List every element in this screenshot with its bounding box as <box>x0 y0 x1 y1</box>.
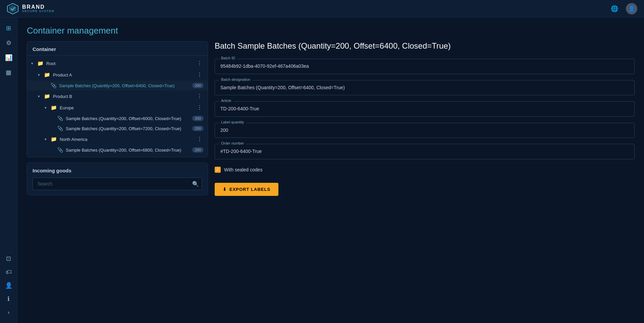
order-number-value: #TD-200-6400-True <box>220 148 629 155</box>
scan-icon: ⊡ <box>6 255 11 262</box>
tree-item-root[interactable]: ▾ 📁 Root ⋮ <box>27 58 208 69</box>
folder-icon: 📁 <box>44 72 50 78</box>
navbar: BRAND SECURE SYSTEM 🌐 👤 <box>0 0 644 17</box>
form-fields: Batch ID 95484b92-1dba-4070-92ef-467a406… <box>215 59 635 316</box>
labels-icon: 🏷 <box>6 269 12 276</box>
translate-button[interactable]: 🌐 <box>608 3 621 15</box>
tree-item-product-a[interactable]: ▾ 📁 Product A ⋮ <box>27 69 208 80</box>
left-panel: Container ▾ 📁 Root ⋮ ▾ 📁 <box>27 41 208 316</box>
checkmark-icon: ✓ <box>216 167 219 172</box>
sidebar-item-expand[interactable]: › <box>2 306 15 319</box>
product-a-more-button[interactable]: ⋮ <box>196 71 204 78</box>
label-quantity-label: Label quantity <box>219 120 246 124</box>
sealed-codes-checkbox[interactable]: ✓ <box>215 167 221 173</box>
attachment-icon: 📎 <box>57 116 63 121</box>
tree-label-europe: Europe <box>60 105 194 110</box>
label-quantity-field: Label quantity 200 <box>215 123 635 138</box>
chevron-down-icon: ▾ <box>38 94 42 99</box>
root-more-button[interactable]: ⋮ <box>196 60 204 67</box>
tree-label-batch-6800: Sample Batches (Quantity=200, Offset=680… <box>66 148 190 153</box>
sidebar-item-settings[interactable]: ⚙ <box>2 36 15 50</box>
brand-name: BRAND <box>22 4 55 10</box>
sealed-codes-row: ✓ With sealed codes <box>215 167 635 173</box>
sidebar-item-dashboard[interactable]: ⊞ <box>2 21 15 35</box>
article-label: Article <box>219 99 233 103</box>
expand-icon: › <box>8 309 10 316</box>
sidebar-item-labels[interactable]: 🏷 <box>2 265 15 279</box>
sidebar-item-reports[interactable]: 📊 <box>2 51 15 64</box>
user-avatar[interactable]: 👤 <box>626 3 637 14</box>
panels: Container ▾ 📁 Root ⋮ ▾ 📁 <box>17 41 644 323</box>
tree-container: ▾ 📁 Root ⋮ ▾ 📁 Product A ⋮ <box>27 56 208 157</box>
brand-logo-area: BRAND SECURE SYSTEM <box>7 3 55 15</box>
folder-icon: 📁 <box>44 93 50 99</box>
incoming-goods-section: Incoming goods 🔍 <box>27 163 208 195</box>
tree-item-batch-6000[interactable]: ▾ 📎 Sample Batches (Quantity=200, Offset… <box>27 113 208 123</box>
search-input[interactable] <box>33 177 202 190</box>
settings-icon: ⚙ <box>6 39 11 47</box>
tree-item-product-b[interactable]: ▾ 📁 Product B ⋮ <box>27 91 208 102</box>
order-number-label: Order number <box>219 141 246 145</box>
translate-icon: 🌐 <box>611 5 618 12</box>
chevron-down-icon: ▾ <box>45 137 49 142</box>
folder-icon: 📁 <box>51 105 57 111</box>
sidebar-item-profile[interactable]: 👤 <box>2 279 15 292</box>
folder-icon: 📁 <box>37 60 44 66</box>
tree-item-north-america[interactable]: ▾ 📁 North America ⋮ <box>27 133 208 145</box>
attachment-icon: 📎 <box>57 147 63 153</box>
dashboard-icon: ⊞ <box>6 24 11 32</box>
right-panel: Batch Sample Batches (Quantity=200, Offs… <box>215 41 635 316</box>
sidebar-item-info[interactable]: ℹ <box>2 292 15 306</box>
tree-item-europe[interactable]: ▾ 📁 Europe ⋮ <box>27 102 208 113</box>
export-labels-button[interactable]: ⬇ EXPORT LABELS <box>215 183 278 196</box>
badge-6800: 200 <box>192 147 204 153</box>
sidebar-bottom: ⊡ 🏷 👤 ℹ › <box>2 252 15 319</box>
europe-more-button[interactable]: ⋮ <box>196 104 204 111</box>
batch-designation-label: Batch designation <box>219 77 252 82</box>
reports-icon: 📊 <box>5 54 12 61</box>
chevron-down-icon: ▾ <box>31 61 35 66</box>
incoming-goods-title: Incoming goods <box>33 168 202 173</box>
brand-text: BRAND SECURE SYSTEM <box>22 4 55 13</box>
tree-item-batch-6400[interactable]: ▾ 📎 Sample Batches (Quantity=200, Offset… <box>27 80 208 91</box>
page-title: Container management <box>27 25 635 36</box>
chevron-down-icon: ▾ <box>45 106 49 110</box>
label-quantity-value: 200 <box>220 127 629 134</box>
north-america-more-button[interactable]: ⋮ <box>196 136 204 143</box>
container-header: Container <box>27 42 208 56</box>
sidebar-item-scan[interactable]: ⊡ <box>2 252 15 265</box>
article-field: Article TD-200-6400-True <box>215 101 635 117</box>
tree-label-north-america: North America <box>60 137 194 142</box>
badge-7200: 200 <box>192 126 204 131</box>
tree-item-batch-7200[interactable]: ▾ 📎 Sample Batches (Quantity=200, Offset… <box>27 123 208 133</box>
sidebar-item-catalog[interactable]: ▦ <box>2 66 15 79</box>
chevron-down-icon: ▾ <box>38 73 42 77</box>
brand-logo-icon <box>7 3 19 15</box>
tree-label-batch-6400: Sample Batches (Quantity=200, Offset=640… <box>59 83 190 88</box>
batch-designation-value: Sample Batches (Quantity=200, Offset=640… <box>220 85 629 91</box>
folder-icon: 📁 <box>51 136 57 142</box>
navbar-actions: 🌐 👤 <box>608 3 637 15</box>
product-b-more-button[interactable]: ⋮ <box>196 93 204 100</box>
tree-label-product-a: Product A <box>53 72 194 77</box>
batch-detail-title: Batch Sample Batches (Quantity=200, Offs… <box>215 41 635 51</box>
tree-label-batch-7200: Sample Batches (Quantity=200, Offset=720… <box>66 126 190 131</box>
search-wrapper: 🔍 <box>33 177 202 190</box>
order-number-field: Order number #TD-200-6400-True <box>215 144 635 159</box>
info-icon: ℹ <box>7 295 10 303</box>
sealed-codes-label: With sealed codes <box>224 167 262 172</box>
batch-designation-field: Batch designation Sample Batches (Quanti… <box>215 80 635 96</box>
page-header: Container management <box>17 17 644 41</box>
catalog-icon: ▦ <box>6 69 11 76</box>
export-btn-wrapper: ⬇ EXPORT LABELS <box>215 179 635 196</box>
tree-label-product-b: Product B <box>53 94 194 99</box>
svg-marker-1 <box>9 5 16 12</box>
search-button[interactable]: 🔍 <box>192 181 199 187</box>
avatar-icon: 👤 <box>628 5 635 12</box>
tree-label-root: Root <box>46 61 194 66</box>
sidebar: ⊞ ⚙ 📊 ▦ ⊡ 🏷 👤 ℹ › <box>0 17 17 323</box>
batch-id-value: 95484b92-1dba-4070-92ef-467a406a03ea <box>220 63 629 70</box>
tree-item-batch-6800[interactable]: ▾ 📎 Sample Batches (Quantity=200, Offset… <box>27 145 208 155</box>
article-value: TD-200-6400-True <box>220 106 629 112</box>
profile-icon: 👤 <box>5 282 12 289</box>
